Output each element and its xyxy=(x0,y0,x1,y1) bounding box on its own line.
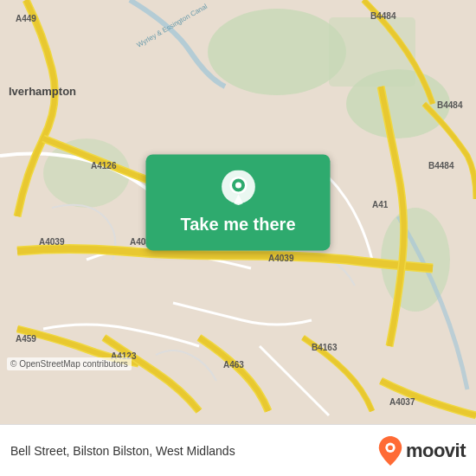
svg-text:A4039: A4039 xyxy=(39,237,65,247)
map-container: A449 A4126 A4039 A4039 A4039 A41 B4484 B… xyxy=(0,0,476,424)
svg-point-4 xyxy=(43,138,130,208)
svg-text:A41: A41 xyxy=(372,200,389,209)
copyright-text: © OpenStreetMap contributors xyxy=(7,357,132,370)
moovit-logo: moovit xyxy=(378,436,466,466)
moovit-logo-text: moovit xyxy=(406,440,466,462)
svg-text:A463: A463 xyxy=(223,360,244,370)
svg-text:B4484: B4484 xyxy=(428,161,454,170)
svg-text:B4484: B4484 xyxy=(370,11,396,21)
svg-text:A4039: A4039 xyxy=(268,254,294,263)
svg-text:A4126: A4126 xyxy=(91,161,117,170)
svg-point-24 xyxy=(235,182,241,188)
svg-text:A4037: A4037 xyxy=(389,397,415,407)
svg-rect-5 xyxy=(329,17,415,87)
svg-text:A459: A459 xyxy=(16,334,36,344)
svg-text:A449: A449 xyxy=(16,14,36,23)
svg-point-26 xyxy=(388,445,393,450)
take-me-there-button[interactable]: Take me there xyxy=(145,154,330,250)
svg-text:B4163: B4163 xyxy=(312,343,338,352)
svg-point-1 xyxy=(208,9,346,95)
location-text: Bell Street, Bilston Bilston, West Midla… xyxy=(10,444,378,458)
svg-text:B4484: B4484 xyxy=(437,100,463,110)
location-pin-icon xyxy=(219,170,257,208)
svg-text:lverhampton: lverhampton xyxy=(9,85,76,98)
cta-button-label: Take me there xyxy=(180,215,295,235)
cta-overlay[interactable]: Take me there xyxy=(145,154,330,250)
bottom-bar: Bell Street, Bilston Bilston, West Midla… xyxy=(0,424,476,476)
moovit-pin-icon xyxy=(378,436,402,466)
